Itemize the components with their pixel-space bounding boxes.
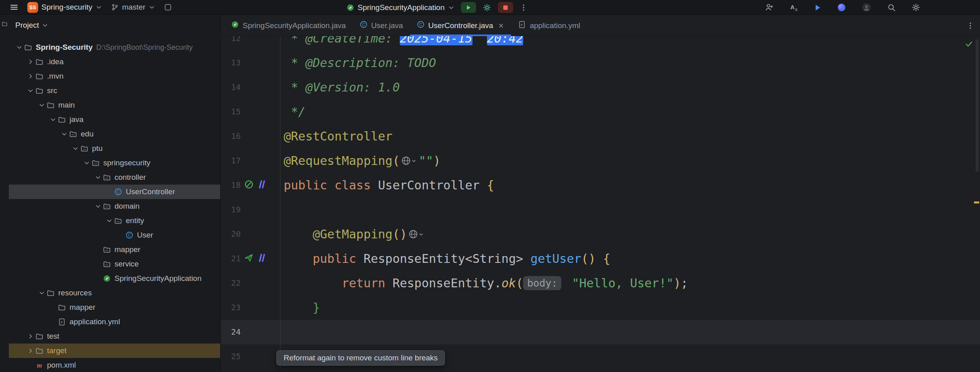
ai-assistant-button[interactable] [837,3,846,12]
project-tool-window-button[interactable] [2,21,8,27]
line-number[interactable]: 20 [221,222,241,246]
translate-button[interactable]: Aa [789,3,798,12]
line-number[interactable]: 13 [221,51,241,75]
code-line-18[interactable]: 18public class UserController { [221,173,980,197]
code-line-12[interactable]: 12 * @CreateTime: 2025-04-15 20:42 [221,36,980,51]
tree-item-edu[interactable]: edu [9,127,220,141]
chevron-down-icon[interactable] [93,203,103,209]
tree-item-usercontroller[interactable]: CUserController [9,185,220,199]
inspections-widget[interactable] [964,39,974,50]
tab-user-java[interactable]: CUser.java [353,15,410,36]
tree-item-service[interactable]: service [9,257,220,271]
line-number[interactable]: 23 [221,295,241,320]
project-selector[interactable]: SS Spring-security [27,2,102,13]
url-mapping-globe-icon[interactable] [408,229,424,239]
chevron-right-icon[interactable] [26,348,35,354]
url-mapping-globe-icon[interactable] [401,156,416,166]
workspace-widget-button[interactable] [164,3,172,11]
run-config-selector[interactable]: SpringSecurityApplication [346,3,454,12]
code-line-20[interactable]: 20 @GetMapping() [221,222,980,246]
tree-item-spring-security[interactable]: Spring-SecurityD:\SpringBoot\Spring-Secu… [9,40,220,55]
scrollbar-thumb[interactable] [976,39,979,172]
tree-item-src[interactable]: src [9,83,220,98]
search-everywhere-button[interactable] [887,3,896,12]
rest-endpoint-icon[interactable] [244,253,254,264]
code-line-22[interactable]: 22 return ResponseEntity.ok(body: "Hello… [221,271,980,295]
line-number[interactable]: 15 [221,100,241,124]
tree-item-entity[interactable]: entity [9,213,220,228]
tree-item-domain[interactable]: domain [9,199,220,213]
tree-item-test[interactable]: test [9,329,220,344]
code-token: ) [433,154,440,168]
account-avatar-button[interactable] [861,2,872,12]
line-number[interactable]: 25 [221,344,241,369]
chevron-down-icon[interactable] [37,290,47,296]
code-line-17[interactable]: 17@RequestMapping("") [221,148,980,173]
services-button[interactable] [483,3,491,12]
chevron-down-icon[interactable] [71,145,80,152]
plugin-run-button[interactable] [814,4,822,12]
chevron-down-icon[interactable] [82,160,92,166]
tree-item-application-yml[interactable]: application.yml [9,315,220,329]
chevron-down-icon[interactable] [48,116,58,123]
tree-item-springsecurityapplication[interactable]: SpringSecurityApplication [9,271,220,286]
tab-springsecurityapplication-java[interactable]: SpringSecurityApplication.java [224,15,353,36]
tree-item-idea[interactable]: .idea [9,55,220,69]
vcs-branch-selector[interactable]: master [111,3,155,12]
stop-button[interactable] [498,2,513,13]
chevron-right-icon[interactable] [26,59,35,65]
code-line-24[interactable]: 24 [221,320,980,344]
chevron-down-icon[interactable] [37,102,47,108]
tree-item-resources[interactable]: resources [9,286,220,300]
tree-item-mvn[interactable]: .mvn [9,69,220,83]
more-run-options-button[interactable] [520,4,528,12]
chevron-right-icon[interactable] [26,333,35,339]
chevron-right-icon[interactable] [26,73,35,79]
close-tab-icon[interactable] [498,22,504,29]
tree-item-user[interactable]: CUser [9,228,220,242]
implementation-marker-icon[interactable] [257,179,267,191]
run-button[interactable] [461,2,476,13]
code-line-13[interactable]: 13 * @Description: TODO [221,51,980,75]
line-number[interactable]: 16 [221,124,241,148]
chevron-down-icon[interactable] [93,174,103,181]
main-menu-button[interactable] [10,3,18,12]
code-line-21[interactable]: 21 public ResponseEntity<String> getUser… [221,246,980,271]
code-text [280,320,980,344]
tree-item-java[interactable]: java [9,112,220,127]
code-line-19[interactable]: 19 [221,197,980,222]
chevron-down-icon[interactable] [14,44,24,51]
tree-item-pom-xml[interactable]: mpom.xml [9,358,220,372]
settings-button[interactable] [911,3,921,12]
chevron-down-icon[interactable] [26,87,35,94]
tree-item-main[interactable]: main [9,98,220,112]
tree-item-mapper[interactable]: mapper [9,300,220,315]
tree-item-mapper[interactable]: mapper [9,242,220,257]
line-number[interactable]: 22 [221,271,241,295]
project-view-selector[interactable]: Project [15,21,48,30]
tab-application-yml[interactable]: application.yml [511,15,587,36]
chevron-down-icon[interactable] [104,218,114,224]
tab-options-button[interactable] [966,15,980,36]
implementation-marker-icon[interactable] [257,253,267,264]
code-line-14[interactable]: 14 * @Version: 1.0 [221,75,980,100]
tree-item-ptu[interactable]: ptu [9,141,220,156]
code-editor[interactable]: 12 * @CreateTime: 2025-04-15 20:4213 * @… [221,36,980,372]
code-with-me-button[interactable] [765,3,774,12]
line-number[interactable]: 12 [221,36,241,51]
line-number[interactable]: 17 [221,148,241,173]
line-number[interactable]: 21 [221,246,241,271]
spring-bean-icon[interactable] [244,179,254,191]
line-number[interactable]: 14 [221,75,241,100]
code-line-16[interactable]: 16@RestController [221,124,980,148]
tree-item-target[interactable]: target [9,344,220,358]
tree-item-springsecurity[interactable]: springsecurity [9,156,220,170]
code-line-23[interactable]: 23 } [221,295,980,320]
tab-usercontroller-java[interactable]: CUserController.java [410,15,511,36]
line-number[interactable]: 18 [221,173,241,197]
line-number[interactable]: 24 [221,320,241,344]
line-number[interactable]: 19 [221,197,241,222]
chevron-down-icon[interactable] [59,131,69,137]
tree-item-controller[interactable]: controller [9,170,220,185]
code-line-15[interactable]: 15 */ [221,100,980,124]
